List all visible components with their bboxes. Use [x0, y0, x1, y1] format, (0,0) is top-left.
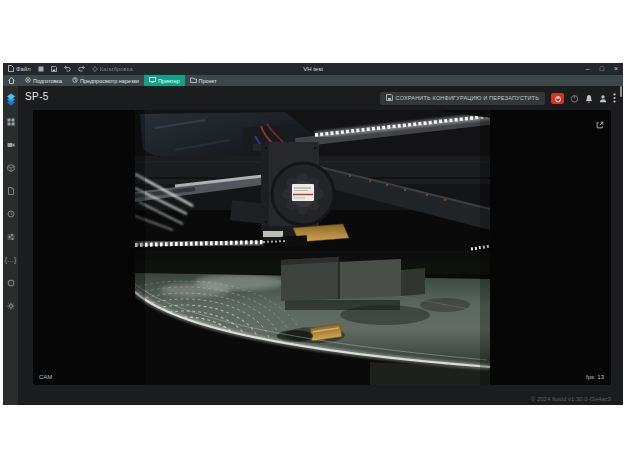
main-content: CAM fps: 13 © 2024 fluidd v1.30.0-f3e4ac…	[18, 110, 623, 405]
user-icon[interactable]	[599, 94, 607, 103]
macros-icon[interactable]: {…}	[3, 248, 18, 271]
emergency-stop-button[interactable]	[551, 93, 564, 104]
fluidd-logo[interactable]	[6, 92, 16, 106]
maximize-icon[interactable]: □	[600, 63, 604, 75]
settings-icon[interactable]	[3, 294, 18, 317]
printer-name: SP-5	[25, 91, 49, 102]
camera-stream	[135, 110, 490, 385]
app-window: Файл Калибровка VH test – □ × Подготовка	[3, 63, 623, 405]
open-in-new-icon[interactable]	[596, 115, 604, 133]
kebab-menu-icon[interactable]	[613, 93, 616, 103]
tabbar: Подготовка Предпросмотр нарезки Принтер …	[3, 75, 623, 86]
printer-icon	[149, 77, 156, 84]
tab-printer-label: Принтер	[158, 78, 180, 84]
document-title: VH test	[3, 63, 623, 75]
save-config-button[interactable]: СОХРАНИТЬ КОНФИГУРАЦИЮ И ПЕРЕЗАПУСТИТЬ	[380, 92, 545, 105]
scrollbar-thumb[interactable]	[620, 86, 622, 97]
minimize-icon[interactable]: –	[586, 63, 590, 75]
tab-project[interactable]: Проект	[185, 75, 222, 86]
save-config-label: СОХРАНИТЬ КОНФИГУРАЦИЮ И ПЕРЕЗАПУСТИТЬ	[396, 95, 539, 101]
fluidd-appbar: SP-5 СОХРАНИТЬ КОНФИГУРАЦИЮ И ПЕРЕЗАПУСТ…	[18, 86, 623, 110]
jobs-icon[interactable]	[3, 179, 18, 202]
tab-printer[interactable]: Принтер	[144, 75, 185, 86]
camera-icon[interactable]	[3, 133, 18, 156]
footer-copyright: © 2024 fluidd v1.30.0-f3e4ac3	[531, 396, 611, 402]
tune-icon[interactable]	[3, 225, 18, 248]
project-icon	[190, 77, 197, 84]
bell-icon[interactable]	[585, 94, 593, 103]
history-icon[interactable]	[3, 202, 18, 225]
preview-icon	[72, 77, 78, 84]
save-config-icon	[386, 94, 393, 102]
power-icon[interactable]	[570, 94, 579, 103]
system-icon[interactable]	[3, 271, 18, 294]
tab-preview-label: Предпросмотр нарезки	[80, 78, 139, 84]
tab-prepare-label: Подготовка	[33, 78, 62, 84]
sidebar-rail: {…}	[3, 86, 18, 405]
gcode-preview-icon[interactable]	[3, 156, 18, 179]
emergency-stop-icon	[554, 89, 562, 107]
titlebar: Файл Калибровка VH test – □ ×	[3, 63, 623, 75]
prepare-icon	[25, 77, 31, 84]
dashboard-icon[interactable]	[3, 110, 18, 133]
camera-card: CAM fps: 13	[33, 110, 611, 385]
home-icon	[8, 77, 15, 85]
tab-project-label: Проект	[199, 78, 217, 84]
tab-home[interactable]	[3, 75, 20, 86]
close-icon[interactable]: ×	[614, 63, 618, 75]
tab-prepare[interactable]: Подготовка	[20, 75, 67, 86]
tab-preview[interactable]: Предпросмотр нарезки	[67, 75, 144, 86]
camera-name-label: CAM	[39, 374, 52, 380]
fps-label: fps: 13	[586, 374, 604, 380]
